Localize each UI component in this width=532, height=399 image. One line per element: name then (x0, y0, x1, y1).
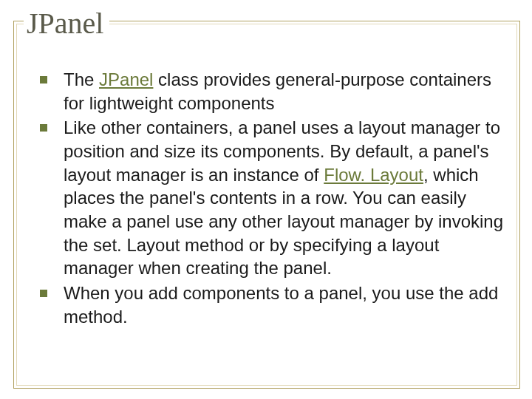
list-item-text: Like other containers, a panel uses a la… (64, 116, 507, 280)
text-run: When you add components to a panel, you … (64, 283, 498, 327)
square-bullet-icon (40, 76, 47, 83)
link-text[interactable]: JPanel (99, 69, 153, 89)
list-item: When you add components to a panel, you … (34, 282, 507, 328)
title-container: JPanel (24, 6, 109, 41)
list-item-text: When you add components to a panel, you … (64, 282, 507, 328)
square-bullet-icon (40, 290, 47, 297)
list-item: Like other containers, a panel uses a la… (34, 116, 507, 280)
link-text[interactable]: Flow. Layout (324, 165, 423, 185)
list-item-text: The JPanel class provides general-purpos… (64, 68, 507, 115)
list-item: The JPanel class provides general-purpos… (34, 68, 507, 115)
slide-title: JPanel (27, 6, 103, 41)
slide-content: The JPanel class provides general-purpos… (34, 68, 507, 330)
text-run: The (64, 69, 99, 89)
square-bullet-icon (40, 124, 47, 132)
